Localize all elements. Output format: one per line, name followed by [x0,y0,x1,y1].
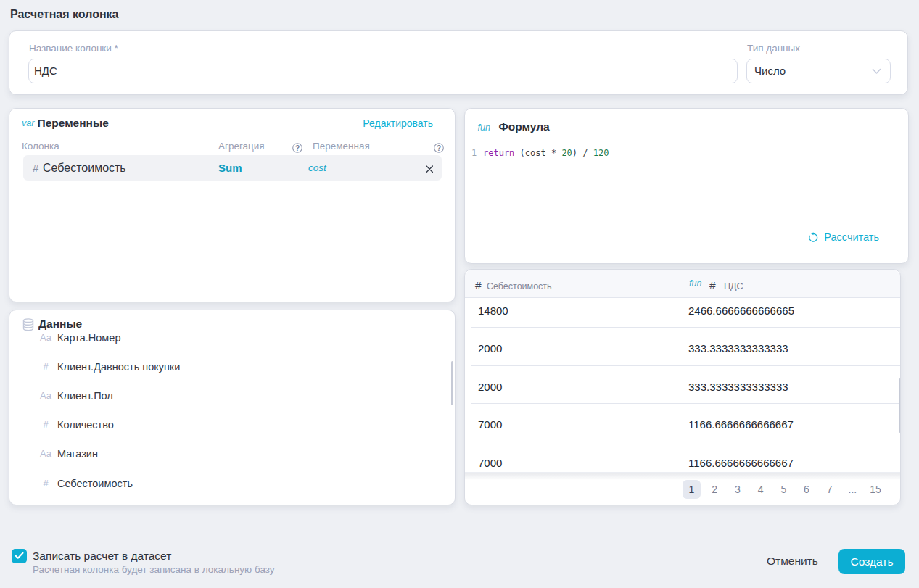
results-vat-value: 1166.6666666666667 [688,457,794,470]
data-field-item[interactable]: АаМагазин [9,447,437,460]
data-field-item[interactable]: АаКлиент.Пол [9,389,437,402]
database-icon [22,318,34,331]
create-button[interactable]: Создать [838,549,905,574]
code-token-num: 120 [593,148,609,158]
pagination-page-7[interactable]: 7 [820,480,838,499]
data-field-item[interactable]: #Клиент.Давность покупки [9,360,437,373]
fun-tag: fun [478,123,490,133]
pagination-page-3[interactable]: 3 [728,480,746,499]
checkmark-icon [15,552,24,560]
calculate-label: Рассчитать [824,231,879,243]
help-icon[interactable]: ? [292,143,302,153]
data-list-scrollbar[interactable] [451,361,454,405]
results-vat-value: 333.3333333333333 [688,342,788,355]
checkbox-hint: Расчетная колонка будет записана в локал… [33,564,275,576]
var-tag: var [22,118,34,128]
results-vat-value: 333.3333333333333 [688,381,788,394]
code-token-plain: (cost * [514,148,561,158]
data-type-value: Число [754,65,786,77]
number-type-icon: # [475,279,482,291]
fun-tag: fun [689,278,701,289]
string-type-icon: Аа [37,389,54,402]
results-panel: # Себестоимость fun # НДС 148002466.6666… [464,269,901,505]
pagination-page-1[interactable]: 1 [683,480,701,499]
svg-text:?: ? [295,144,300,152]
calculate-button[interactable]: Рассчитать [808,231,879,243]
help-icon[interactable]: ? [434,143,444,153]
variable-row: # Себестоимость Sum cost [23,155,442,181]
data-field-item[interactable]: #Количество [9,418,437,431]
variables-panel: var Переменные Редактировать Колонка Агр… [9,108,456,302]
edit-variables-button[interactable]: Редактировать [363,117,433,129]
number-type-icon: # [37,477,54,490]
column-name-label: Название колонки * [29,43,118,54]
column-header-variable: Переменная [313,141,370,152]
column-settings-card: Название колонки * НДС Тип данных Число [9,30,908,95]
results-row: 2000333.3333333333333 [471,366,900,405]
formula-panel: fun Формула 1 return (cost * 20) / 120 Р… [464,108,909,264]
results-cost-value: 2000 [478,342,502,355]
data-field-name: Количество [57,418,114,431]
results-col1-label: Себестоимость [487,281,552,291]
results-row: 2000333.3333333333333 [471,328,900,366]
write-to-dataset-checkbox[interactable] [12,549,27,564]
results-cost-value: 7000 [478,457,502,470]
chevron-down-icon [872,68,881,75]
data-field-item[interactable]: #Себестоимость [9,477,437,490]
code-token-kw: return [483,148,514,158]
code-editor[interactable]: 1 return (cost * 20) / 120 [465,148,908,158]
data-field-name: Карта.Номер [57,331,120,344]
pagination: 1234567...15 [465,472,900,505]
results-cost-value: 14800 [478,305,508,318]
pagination-ellipsis: ... [844,480,862,499]
data-type-select[interactable]: Число [746,59,891,83]
code-token-num: 20 [561,148,572,158]
string-type-icon: Аа [37,331,54,344]
column-header-aggregation: Агрегация [218,141,265,152]
results-table-header: # Себестоимость fun # НДС [465,270,900,298]
data-panel: Данные АаКарта.Номер#Клиент.Давность пок… [9,310,456,505]
refresh-icon [808,232,819,243]
data-field-name: Клиент.Давность покупки [57,360,180,373]
data-field-name: Магазин [57,447,98,460]
cancel-button[interactable]: Отменить [767,555,818,568]
variable-name[interactable]: cost [308,161,326,175]
number-type-icon: # [33,161,38,175]
results-vat-value: 2466.6666666666665 [688,305,794,318]
results-row: 70001166.6666666666667 [471,442,900,473]
results-vat-value: 1166.6666666666667 [688,418,794,431]
column-header-column: Колонка [22,141,59,152]
checkbox-label[interactable]: Записать расчет в датасет [33,550,171,563]
pagination-page-15[interactable]: 15 [867,480,885,499]
string-type-icon: Аа [37,447,54,460]
pagination-page-6[interactable]: 6 [798,480,816,499]
data-title: Данные [38,317,82,331]
number-type-icon: # [709,279,716,291]
number-type-icon: # [37,418,54,431]
pagination-page-2[interactable]: 2 [706,480,724,499]
column-name-input[interactable]: НДС [28,59,738,83]
remove-variable-icon[interactable] [426,165,434,173]
results-scrollbar[interactable] [899,378,901,433]
formula-title: Формула [499,120,550,133]
variable-column-name: Себестоимость [43,161,126,175]
results-table-body: 148002466.66666666666652000333.333333333… [465,298,900,472]
line-number: 1 [469,148,479,158]
pagination-page-5[interactable]: 5 [775,480,793,499]
results-cost-value: 7000 [478,418,502,431]
variables-title: Переменные [38,116,109,130]
data-field-name: Себестоимость [57,477,133,490]
page-title: Расчетная колонка [10,8,118,21]
pagination-page-4[interactable]: 4 [751,480,770,499]
data-field-item[interactable]: АаКарта.Номер [9,331,437,344]
formula-code: return (cost * 20) / 120 [483,148,609,158]
number-type-icon: # [37,360,54,373]
data-field-name: Клиент.Пол [57,389,113,402]
results-col2-label: НДС [724,281,743,291]
variable-aggregation[interactable]: Sum [218,161,242,175]
svg-text:?: ? [437,144,441,152]
results-row: 70001166.6666666666667 [471,404,900,442]
results-row: 148002466.6666666666665 [471,298,900,328]
code-token-plain: ) / [572,148,593,158]
results-cost-value: 2000 [478,381,502,394]
